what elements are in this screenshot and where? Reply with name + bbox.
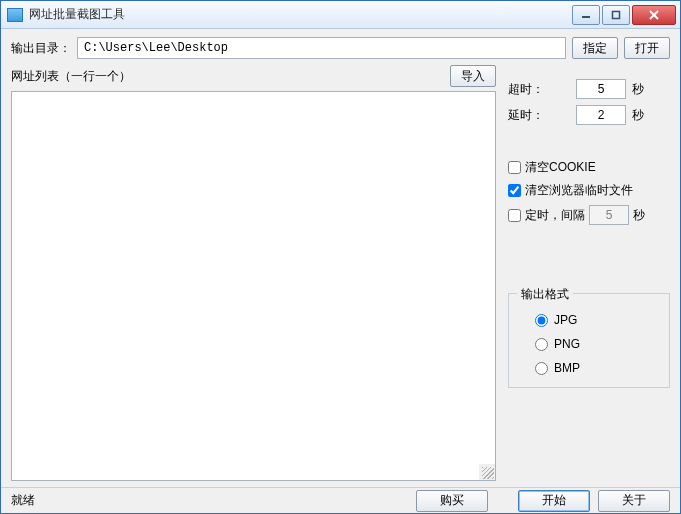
timeout-label: 超时：: [508, 81, 570, 98]
format-png-row[interactable]: PNG: [535, 337, 659, 351]
format-bmp-row[interactable]: BMP: [535, 361, 659, 375]
titlebar[interactable]: 网址批量截图工具: [1, 1, 680, 29]
open-dir-button[interactable]: 打开: [624, 37, 670, 59]
checkbox-group: 清空COOKIE 清空浏览器临时文件 定时，间隔 秒: [508, 159, 670, 225]
clear-cookie-label: 清空COOKIE: [525, 159, 596, 176]
format-png-label: PNG: [554, 337, 580, 351]
output-format-fieldset: 输出格式 JPG PNG BMP: [508, 293, 670, 388]
interval-checkbox[interactable]: [508, 209, 521, 222]
main-area: 网址列表（一行一个） 导入 超时： 秒 延时： 秒: [11, 65, 670, 481]
interval-row: 定时，间隔 秒: [508, 205, 670, 225]
scroll-corner: [479, 464, 495, 480]
format-bmp-label: BMP: [554, 361, 580, 375]
format-png-radio[interactable]: [535, 338, 548, 351]
footer-buttons: 购买 开始 关于: [416, 490, 670, 512]
clear-temp-checkbox[interactable]: [508, 184, 521, 197]
output-path-input[interactable]: [77, 37, 566, 59]
delay-unit: 秒: [632, 107, 670, 124]
minimize-button[interactable]: [572, 5, 600, 25]
statusbar: 就绪 购买 开始 关于: [1, 487, 680, 513]
interval-unit: 秒: [633, 207, 645, 224]
output-label: 输出目录：: [11, 40, 71, 57]
window-buttons: [570, 5, 676, 25]
format-bmp-radio[interactable]: [535, 362, 548, 375]
clear-temp-row[interactable]: 清空浏览器临时文件: [508, 182, 670, 199]
about-button[interactable]: 关于: [598, 490, 670, 512]
clear-cookie-checkbox[interactable]: [508, 161, 521, 174]
delay-input[interactable]: [576, 105, 626, 125]
format-jpg-row[interactable]: JPG: [535, 313, 659, 327]
output-row: 输出目录： 指定 打开: [11, 37, 670, 59]
status-text: 就绪: [11, 492, 408, 509]
svg-rect-1: [613, 11, 620, 18]
app-window: 网址批量截图工具 输出目录： 指定 打开 网址列表（一行一个） 导入: [0, 0, 681, 514]
interval-input[interactable]: [589, 205, 629, 225]
start-button[interactable]: 开始: [518, 490, 590, 512]
window-title: 网址批量截图工具: [29, 6, 570, 23]
output-format-legend: 输出格式: [517, 286, 573, 303]
close-icon: [648, 10, 660, 20]
right-pane: 超时： 秒 延时： 秒 清空COOKIE 清空浏览器临时文件: [508, 65, 670, 481]
format-radios: JPG PNG BMP: [535, 313, 659, 375]
url-list-label: 网址列表（一行一个）: [11, 68, 131, 85]
clear-temp-label: 清空浏览器临时文件: [525, 182, 633, 199]
close-button[interactable]: [632, 5, 676, 25]
resize-grip-icon: [482, 467, 494, 479]
minimize-icon: [581, 10, 591, 20]
client-area: 输出目录： 指定 打开 网址列表（一行一个） 导入 超时：: [1, 29, 680, 487]
left-pane: 网址列表（一行一个） 导入: [11, 65, 496, 481]
format-jpg-radio[interactable]: [535, 314, 548, 327]
interval-label: 定时，间隔: [525, 207, 585, 224]
delay-label: 延时：: [508, 107, 570, 124]
url-list-textarea[interactable]: [11, 91, 496, 481]
import-button[interactable]: 导入: [450, 65, 496, 87]
select-dir-button[interactable]: 指定: [572, 37, 618, 59]
timing-grid: 超时： 秒 延时： 秒: [508, 79, 670, 125]
maximize-button[interactable]: [602, 5, 630, 25]
timeout-input[interactable]: [576, 79, 626, 99]
clear-cookie-row[interactable]: 清空COOKIE: [508, 159, 670, 176]
app-icon: [7, 8, 23, 22]
maximize-icon: [611, 10, 621, 20]
timeout-unit: 秒: [632, 81, 670, 98]
buy-button[interactable]: 购买: [416, 490, 488, 512]
format-jpg-label: JPG: [554, 313, 577, 327]
url-list-header: 网址列表（一行一个） 导入: [11, 65, 496, 87]
